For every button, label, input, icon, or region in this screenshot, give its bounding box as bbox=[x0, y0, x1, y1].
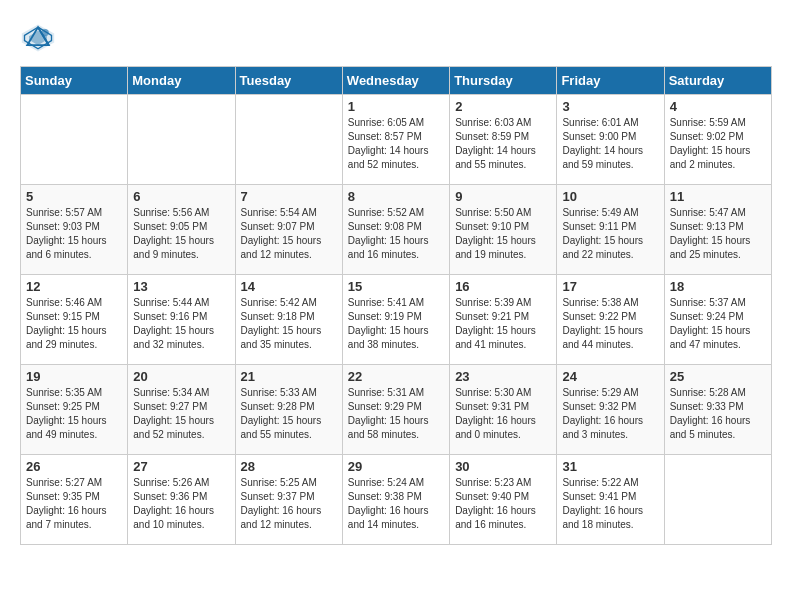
day-number: 12 bbox=[26, 279, 122, 294]
day-number: 11 bbox=[670, 189, 766, 204]
day-number: 8 bbox=[348, 189, 444, 204]
day-info: Sunrise: 5:41 AM Sunset: 9:19 PM Dayligh… bbox=[348, 296, 444, 352]
day-info: Sunrise: 5:56 AM Sunset: 9:05 PM Dayligh… bbox=[133, 206, 229, 262]
day-number: 16 bbox=[455, 279, 551, 294]
day-number: 29 bbox=[348, 459, 444, 474]
week-row-3: 12Sunrise: 5:46 AM Sunset: 9:15 PM Dayli… bbox=[21, 275, 772, 365]
calendar-cell: 30Sunrise: 5:23 AM Sunset: 9:40 PM Dayli… bbox=[450, 455, 557, 545]
header-row: SundayMondayTuesdayWednesdayThursdayFrid… bbox=[21, 67, 772, 95]
calendar-cell: 16Sunrise: 5:39 AM Sunset: 9:21 PM Dayli… bbox=[450, 275, 557, 365]
day-number: 28 bbox=[241, 459, 337, 474]
calendar-cell: 27Sunrise: 5:26 AM Sunset: 9:36 PM Dayli… bbox=[128, 455, 235, 545]
day-number: 23 bbox=[455, 369, 551, 384]
calendar-cell: 6Sunrise: 5:56 AM Sunset: 9:05 PM Daylig… bbox=[128, 185, 235, 275]
calendar-cell: 3Sunrise: 6:01 AM Sunset: 9:00 PM Daylig… bbox=[557, 95, 664, 185]
day-number: 5 bbox=[26, 189, 122, 204]
day-info: Sunrise: 5:35 AM Sunset: 9:25 PM Dayligh… bbox=[26, 386, 122, 442]
day-number: 30 bbox=[455, 459, 551, 474]
calendar-cell: 21Sunrise: 5:33 AM Sunset: 9:28 PM Dayli… bbox=[235, 365, 342, 455]
day-info: Sunrise: 5:33 AM Sunset: 9:28 PM Dayligh… bbox=[241, 386, 337, 442]
calendar-cell: 10Sunrise: 5:49 AM Sunset: 9:11 PM Dayli… bbox=[557, 185, 664, 275]
calendar-cell bbox=[664, 455, 771, 545]
day-info: Sunrise: 6:03 AM Sunset: 8:59 PM Dayligh… bbox=[455, 116, 551, 172]
svg-point-5 bbox=[42, 29, 49, 36]
calendar-cell: 29Sunrise: 5:24 AM Sunset: 9:38 PM Dayli… bbox=[342, 455, 449, 545]
day-info: Sunrise: 5:50 AM Sunset: 9:10 PM Dayligh… bbox=[455, 206, 551, 262]
calendar-cell bbox=[128, 95, 235, 185]
day-number: 20 bbox=[133, 369, 229, 384]
calendar-cell: 13Sunrise: 5:44 AM Sunset: 9:16 PM Dayli… bbox=[128, 275, 235, 365]
day-info: Sunrise: 5:49 AM Sunset: 9:11 PM Dayligh… bbox=[562, 206, 658, 262]
week-row-1: 1Sunrise: 6:05 AM Sunset: 8:57 PM Daylig… bbox=[21, 95, 772, 185]
day-number: 17 bbox=[562, 279, 658, 294]
calendar-cell: 14Sunrise: 5:42 AM Sunset: 9:18 PM Dayli… bbox=[235, 275, 342, 365]
calendar-cell: 4Sunrise: 5:59 AM Sunset: 9:02 PM Daylig… bbox=[664, 95, 771, 185]
day-number: 13 bbox=[133, 279, 229, 294]
day-number: 31 bbox=[562, 459, 658, 474]
calendar-cell: 15Sunrise: 5:41 AM Sunset: 9:19 PM Dayli… bbox=[342, 275, 449, 365]
day-info: Sunrise: 5:31 AM Sunset: 9:29 PM Dayligh… bbox=[348, 386, 444, 442]
day-info: Sunrise: 5:38 AM Sunset: 9:22 PM Dayligh… bbox=[562, 296, 658, 352]
day-info: Sunrise: 6:05 AM Sunset: 8:57 PM Dayligh… bbox=[348, 116, 444, 172]
calendar-cell: 17Sunrise: 5:38 AM Sunset: 9:22 PM Dayli… bbox=[557, 275, 664, 365]
header-friday: Friday bbox=[557, 67, 664, 95]
day-number: 9 bbox=[455, 189, 551, 204]
day-number: 24 bbox=[562, 369, 658, 384]
day-info: Sunrise: 5:47 AM Sunset: 9:13 PM Dayligh… bbox=[670, 206, 766, 262]
page-header bbox=[20, 20, 772, 56]
day-info: Sunrise: 5:24 AM Sunset: 9:38 PM Dayligh… bbox=[348, 476, 444, 532]
header-thursday: Thursday bbox=[450, 67, 557, 95]
header-tuesday: Tuesday bbox=[235, 67, 342, 95]
calendar-cell: 25Sunrise: 5:28 AM Sunset: 9:33 PM Dayli… bbox=[664, 365, 771, 455]
header-sunday: Sunday bbox=[21, 67, 128, 95]
calendar-cell: 20Sunrise: 5:34 AM Sunset: 9:27 PM Dayli… bbox=[128, 365, 235, 455]
day-info: Sunrise: 5:22 AM Sunset: 9:41 PM Dayligh… bbox=[562, 476, 658, 532]
day-info: Sunrise: 5:44 AM Sunset: 9:16 PM Dayligh… bbox=[133, 296, 229, 352]
calendar-cell: 7Sunrise: 5:54 AM Sunset: 9:07 PM Daylig… bbox=[235, 185, 342, 275]
calendar-cell: 8Sunrise: 5:52 AM Sunset: 9:08 PM Daylig… bbox=[342, 185, 449, 275]
calendar-cell bbox=[21, 95, 128, 185]
day-number: 10 bbox=[562, 189, 658, 204]
day-info: Sunrise: 5:25 AM Sunset: 9:37 PM Dayligh… bbox=[241, 476, 337, 532]
calendar-cell: 18Sunrise: 5:37 AM Sunset: 9:24 PM Dayli… bbox=[664, 275, 771, 365]
week-row-5: 26Sunrise: 5:27 AM Sunset: 9:35 PM Dayli… bbox=[21, 455, 772, 545]
day-info: Sunrise: 5:30 AM Sunset: 9:31 PM Dayligh… bbox=[455, 386, 551, 442]
header-monday: Monday bbox=[128, 67, 235, 95]
day-number: 4 bbox=[670, 99, 766, 114]
calendar-cell bbox=[235, 95, 342, 185]
day-info: Sunrise: 5:57 AM Sunset: 9:03 PM Dayligh… bbox=[26, 206, 122, 262]
calendar-cell: 5Sunrise: 5:57 AM Sunset: 9:03 PM Daylig… bbox=[21, 185, 128, 275]
calendar-cell: 2Sunrise: 6:03 AM Sunset: 8:59 PM Daylig… bbox=[450, 95, 557, 185]
calendar-cell: 11Sunrise: 5:47 AM Sunset: 9:13 PM Dayli… bbox=[664, 185, 771, 275]
day-number: 21 bbox=[241, 369, 337, 384]
calendar-cell: 26Sunrise: 5:27 AM Sunset: 9:35 PM Dayli… bbox=[21, 455, 128, 545]
logo-icon bbox=[20, 20, 56, 56]
day-info: Sunrise: 5:28 AM Sunset: 9:33 PM Dayligh… bbox=[670, 386, 766, 442]
day-info: Sunrise: 5:52 AM Sunset: 9:08 PM Dayligh… bbox=[348, 206, 444, 262]
day-number: 15 bbox=[348, 279, 444, 294]
header-wednesday: Wednesday bbox=[342, 67, 449, 95]
day-info: Sunrise: 6:01 AM Sunset: 9:00 PM Dayligh… bbox=[562, 116, 658, 172]
day-number: 6 bbox=[133, 189, 229, 204]
calendar-cell: 31Sunrise: 5:22 AM Sunset: 9:41 PM Dayli… bbox=[557, 455, 664, 545]
day-number: 2 bbox=[455, 99, 551, 114]
day-info: Sunrise: 5:37 AM Sunset: 9:24 PM Dayligh… bbox=[670, 296, 766, 352]
day-info: Sunrise: 5:42 AM Sunset: 9:18 PM Dayligh… bbox=[241, 296, 337, 352]
calendar-cell: 28Sunrise: 5:25 AM Sunset: 9:37 PM Dayli… bbox=[235, 455, 342, 545]
day-info: Sunrise: 5:29 AM Sunset: 9:32 PM Dayligh… bbox=[562, 386, 658, 442]
day-info: Sunrise: 5:26 AM Sunset: 9:36 PM Dayligh… bbox=[133, 476, 229, 532]
calendar-cell: 24Sunrise: 5:29 AM Sunset: 9:32 PM Dayli… bbox=[557, 365, 664, 455]
day-number: 26 bbox=[26, 459, 122, 474]
day-info: Sunrise: 5:34 AM Sunset: 9:27 PM Dayligh… bbox=[133, 386, 229, 442]
day-number: 25 bbox=[670, 369, 766, 384]
day-number: 27 bbox=[133, 459, 229, 474]
calendar-cell: 9Sunrise: 5:50 AM Sunset: 9:10 PM Daylig… bbox=[450, 185, 557, 275]
day-info: Sunrise: 5:27 AM Sunset: 9:35 PM Dayligh… bbox=[26, 476, 122, 532]
day-number: 18 bbox=[670, 279, 766, 294]
calendar-cell: 12Sunrise: 5:46 AM Sunset: 9:15 PM Dayli… bbox=[21, 275, 128, 365]
day-info: Sunrise: 5:23 AM Sunset: 9:40 PM Dayligh… bbox=[455, 476, 551, 532]
calendar-cell: 23Sunrise: 5:30 AM Sunset: 9:31 PM Dayli… bbox=[450, 365, 557, 455]
day-number: 22 bbox=[348, 369, 444, 384]
calendar-cell: 19Sunrise: 5:35 AM Sunset: 9:25 PM Dayli… bbox=[21, 365, 128, 455]
day-info: Sunrise: 5:46 AM Sunset: 9:15 PM Dayligh… bbox=[26, 296, 122, 352]
